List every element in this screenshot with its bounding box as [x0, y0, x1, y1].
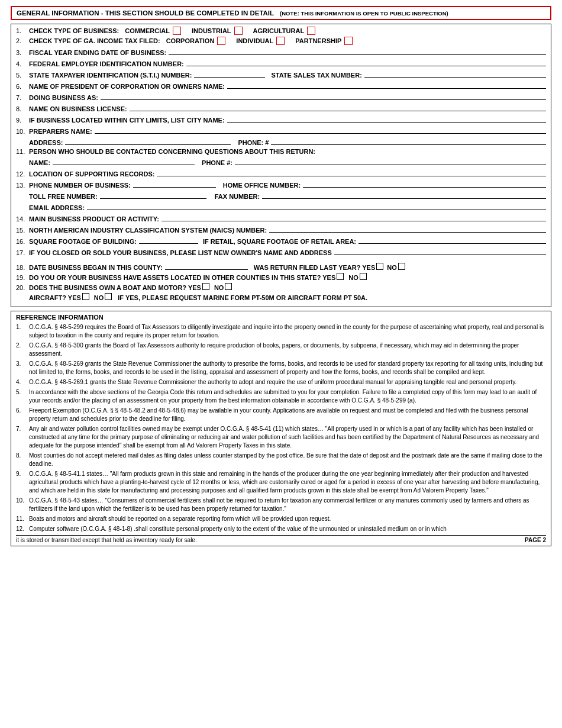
row-6-label: NAME OF PRESIDENT OF CORPORATION OR OWNE…	[29, 83, 225, 90]
ref-num-5: 5.	[16, 388, 29, 405]
row-16-retail-field[interactable]	[358, 236, 546, 244]
fax-label: FAX NUMBER:	[215, 193, 260, 200]
row-11-sub: NAME: PHONE #:	[16, 157, 546, 166]
row-15-field[interactable]	[269, 224, 546, 233]
address-field[interactable]	[65, 137, 231, 145]
individual-checkbox[interactable]	[276, 37, 285, 45]
agricultural-label: AGRICULTURAL	[253, 27, 305, 34]
ref-item-8: 8.Most counties do not accept metered ma…	[16, 452, 546, 468]
row-13c: EMAIL ADDRESS:	[16, 202, 546, 211]
row-12-field[interactable]	[157, 168, 546, 176]
row-16-retail-label: IF RETAIL, SQUARE FOOTAGE OF RETAIL AREA…	[203, 238, 356, 245]
toll-field[interactable]	[100, 191, 206, 199]
email-field[interactable]	[87, 202, 546, 210]
ref-text-12: Computer software (O.C.G.A. § 48-1-8) .s…	[29, 525, 546, 533]
row-8: 8. NAME ON BUSINESS LICENSE:	[16, 103, 546, 112]
ref-item-1: 1.O.C.G.A. § 48-5-299 requires the Board…	[16, 323, 546, 340]
fax-field[interactable]	[262, 191, 546, 199]
row-19-yes-checkbox[interactable]	[337, 273, 344, 280]
row-20-no-checkbox[interactable]	[225, 283, 232, 290]
row-11-phone-field[interactable]	[235, 157, 546, 165]
row-7-num: 7.	[16, 94, 29, 101]
row-11-name-field[interactable]	[53, 157, 195, 165]
row-18-label: DATE BUSINESS BEGAN IN THIS COUNTY:	[29, 264, 163, 271]
row-20b-no-checkbox[interactable]	[105, 293, 112, 300]
industrial-checkbox[interactable]	[234, 27, 243, 35]
ref-num-10: 10.	[16, 497, 29, 513]
ref-text-6: Freeport Exemption (O.C.G.A. § § 48-5-48…	[29, 407, 546, 423]
row-10: 10. PREPARERS NAME:	[16, 125, 546, 135]
ref-item-11: 11.Boats and motors and aircraft should …	[16, 515, 546, 523]
partnership-checkbox[interactable]	[344, 37, 353, 45]
commercial-checkbox[interactable]	[173, 27, 181, 35]
ref-text-7: Any air and water pollution control faci…	[29, 425, 546, 450]
option-commercial: COMMERCIAL	[125, 27, 181, 35]
ref-num-7: 7.	[16, 425, 29, 450]
row-19-no-checkbox[interactable]	[360, 273, 367, 280]
phone-field[interactable]	[271, 137, 546, 145]
row-17-num: 17.	[16, 249, 29, 256]
ref-text-8: Most counties do not accept metered mail…	[29, 452, 546, 468]
row-9-label: IF BUSINESS LOCATED WITHIN CITY LIMITS, …	[29, 117, 225, 124]
row-17-label: IF YOU CLOSED OR SOLD YOUR BUSINESS, PLE…	[29, 249, 332, 256]
ref-text-9: O.C.G.A. § 48-5-41.1 states… "All farm p…	[29, 470, 546, 495]
row-20b-no-label: NO	[94, 294, 104, 301]
row-5-label: STATE TAXPAYER IDENTIFICATION (S.T.I.) N…	[29, 72, 192, 79]
row-10-label: PREPARERS NAME:	[29, 128, 92, 135]
row-2-label: CHECK TYPE OF GA. INCOME TAX FILED:	[29, 37, 160, 44]
row-4-field[interactable]	[186, 58, 546, 66]
ref-num-3: 3.	[16, 360, 29, 376]
row-1: 1. CHECK TYPE OF BUSINESS: COMMERCIAL IN…	[16, 27, 546, 35]
row-18-no-checkbox[interactable]	[398, 263, 405, 270]
ref-item-4: 4.O.C.G.A. § 48-5-269.1 grants the State…	[16, 378, 546, 386]
row-5-sales-field[interactable]	[364, 69, 546, 78]
phone-label: PHONE: #	[238, 139, 269, 146]
row-20b-yes-checkbox[interactable]	[82, 293, 89, 300]
row-16-sqft-field[interactable]	[139, 236, 198, 244]
ref-item-9: 9.O.C.G.A. § 48-5-41.1 states… "All farm…	[16, 470, 546, 495]
row-1-label: CHECK TYPE OF BUSINESS:	[29, 27, 119, 34]
row-8-field[interactable]	[130, 103, 546, 111]
page-number: PAGE 2	[525, 537, 546, 543]
row-20-yes-checkbox[interactable]	[202, 283, 209, 290]
row-10-field[interactable]	[95, 125, 546, 134]
row-7-field[interactable]	[101, 92, 546, 100]
row-14: 14. MAIN BUSINESS PRODUCT OR ACTIVITY:	[16, 213, 546, 223]
row-3: 3. FISCAL YEAR ENDING DATE OF BUSINESS:	[16, 47, 546, 56]
row-7-label: DOING BUSINESS AS:	[29, 94, 98, 101]
row-20b-extra: IF YES, PLEASE REQUEST MARINE FORM PT-50…	[118, 294, 367, 301]
row-11-phone-label: PHONE #:	[202, 159, 232, 166]
row-18-return-label: WAS RETURN FILED LAST YEAR? YES	[254, 264, 376, 271]
row-13-phone-field[interactable]	[133, 179, 216, 188]
row-3-field[interactable]	[169, 47, 546, 55]
row-4-num: 4.	[16, 60, 29, 67]
ref-num-12: 12.	[16, 525, 29, 533]
ref-num-2: 2.	[16, 342, 29, 358]
corporation-checkbox[interactable]	[217, 37, 225, 45]
ref-num-6: 6.	[16, 407, 29, 423]
row-18-yes-checkbox[interactable]	[376, 263, 383, 270]
row-5-sti-field[interactable]	[194, 69, 265, 78]
address-label: ADDRESS:	[29, 139, 63, 146]
row-19: 19. DO YOU OR YOUR BUSINESS HAVE ASSETS …	[16, 273, 546, 281]
row-16-label: SQUARE FOOTAGE OF BUILDING:	[29, 238, 137, 245]
header-note: (NOTE: THIS INFORMATION IS OPEN TO PUBLI…	[280, 10, 448, 17]
row-5-sales-label: STATE SALES TAX NUMBER:	[271, 72, 361, 79]
row-17-field[interactable]	[334, 247, 546, 255]
row-18-date-field[interactable]	[165, 262, 248, 270]
row-12: 12. LOCATION OF SUPPORTING RECORDS:	[16, 168, 546, 178]
ref-item-12: 12.Computer software (O.C.G.A. § 48-1-8)…	[16, 525, 546, 533]
option-individual: INDIVIDUAL	[236, 37, 285, 45]
row-19-label: DO YOU OR YOUR BUSINESS HAVE ASSETS LOCA…	[29, 274, 335, 281]
industrial-label: INDUSTRIAL	[192, 27, 231, 34]
row-2-num: 2.	[16, 37, 29, 44]
row-9-field[interactable]	[227, 114, 546, 123]
row-20: 20. DOES THE BUSINESS OWN A BOAT AND MOT…	[16, 283, 546, 291]
row-20-label: DOES THE BUSINESS OWN A BOAT AND MOTOR? …	[29, 284, 201, 291]
agricultural-checkbox[interactable]	[307, 27, 315, 35]
row-13-home-field[interactable]	[303, 179, 546, 188]
option-agricultural: AGRICULTURAL	[253, 27, 316, 35]
row-6-field[interactable]	[227, 80, 546, 89]
row-11-label: PERSON WHO SHOULD BE CONTACTED CONCERNIN…	[29, 148, 315, 155]
row-14-field[interactable]	[162, 213, 546, 221]
